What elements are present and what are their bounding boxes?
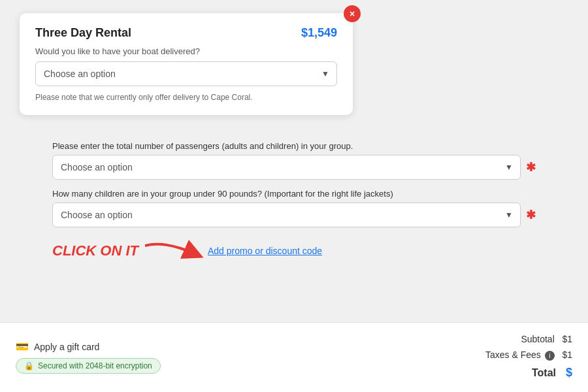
- bottom-bar: 💳 Apply a gift card 🔒 Secured with 2048-…: [0, 322, 588, 392]
- children-label: How many children are in your group unde…: [52, 189, 536, 199]
- subtotal-value: $1: [562, 334, 572, 344]
- passengers-label: Please enter the total number of passeng…: [52, 141, 536, 151]
- card-header: Three Day Rental $1,549: [35, 26, 337, 40]
- top-section: × Three Day Rental $1,549 Would you like…: [0, 0, 588, 128]
- click-annotation-label: CLICK ON IT: [52, 242, 139, 259]
- gift-card-label: Apply a gift card: [34, 342, 99, 352]
- rental-price: $1,549: [301, 26, 337, 40]
- delivery-note: Please note that we currently only offer…: [35, 93, 337, 102]
- promo-annotation: CLICK ON IT Add promo or discount code: [52, 239, 536, 263]
- bottom-left: 💳 Apply a gift card 🔒 Secured with 2048-…: [16, 340, 161, 374]
- taxes-info-icon[interactable]: i: [545, 351, 555, 361]
- close-button[interactable]: ×: [344, 5, 361, 22]
- lock-icon: 🔒: [24, 361, 34, 370]
- taxes-row: Taxes & Fees i $1: [485, 348, 572, 363]
- arrow-icon: [145, 239, 204, 263]
- rental-card: × Three Day Rental $1,549 Would you like…: [20, 13, 353, 115]
- passengers-select-wrapper: Choose an option ▼: [52, 155, 521, 180]
- gift-card-row[interactable]: 💳 Apply a gift card: [16, 340, 161, 353]
- children-group: How many children are in your group unde…: [52, 189, 536, 227]
- subtotal-row: Subtotal $1: [485, 332, 572, 348]
- total-row: Total $: [485, 363, 572, 383]
- passengers-group: Please enter the total number of passeng…: [52, 141, 536, 180]
- children-select-wrapper: Choose an option ▼: [52, 203, 521, 227]
- taxes-value: $1: [562, 350, 572, 360]
- promo-link-button[interactable]: Add promo or discount code: [208, 246, 322, 256]
- passengers-select[interactable]: Choose an option: [52, 155, 521, 180]
- total-value: $: [566, 366, 572, 379]
- passengers-required-icon: ✱: [526, 160, 536, 174]
- children-required-icon: ✱: [526, 208, 536, 222]
- total-label: Total: [532, 367, 556, 378]
- bottom-right: Subtotal $1 Taxes & Fees i $1 Total $: [485, 332, 572, 383]
- gift-card-icon: 💳: [16, 340, 29, 353]
- subtotal-label: Subtotal: [521, 334, 554, 344]
- secure-label: Secured with 2048-bit encryption: [38, 361, 152, 370]
- delivery-select-wrapper: Choose an option ▼: [35, 61, 337, 86]
- children-select-row: Choose an option ▼ ✱: [52, 203, 536, 227]
- passengers-select-row: Choose an option ▼ ✱: [52, 155, 536, 180]
- middle-section: Please enter the total number of passeng…: [0, 128, 588, 276]
- taxes-label: Taxes & Fees: [485, 350, 541, 360]
- delivery-question: Would you like to have your boat deliver…: [35, 46, 337, 56]
- secure-badge: 🔒 Secured with 2048-bit encryption: [16, 358, 161, 374]
- children-select[interactable]: Choose an option: [52, 203, 521, 227]
- delivery-select[interactable]: Choose an option: [35, 61, 337, 86]
- rental-title: Three Day Rental: [35, 26, 131, 40]
